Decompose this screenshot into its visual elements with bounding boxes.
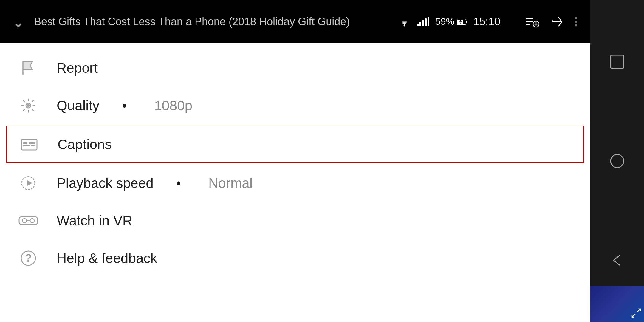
nav-bar: [590, 0, 644, 322]
top-bar-actions: [524, 15, 578, 28]
playback-speed-menu-item[interactable]: Playback speed • Normal: [0, 164, 590, 202]
chevron-down-icon[interactable]: ⌄: [12, 14, 25, 30]
svg-rect-17: [23, 142, 27, 144]
signal-bars: [417, 17, 429, 26]
battery-icon: [457, 18, 467, 25]
back-button[interactable]: [605, 248, 629, 272]
help-feedback-menu-item[interactable]: ? Help & feedback: [0, 239, 590, 277]
vr-icon: [18, 210, 39, 231]
svg-point-11: [575, 21, 577, 23]
captions-menu-item[interactable]: Captions: [6, 126, 584, 163]
playback-speed-value: Normal: [208, 175, 253, 191]
square-button[interactable]: [605, 50, 629, 74]
playback-dot: •: [176, 175, 181, 191]
report-menu-item[interactable]: Report: [0, 49, 590, 87]
captions-label: Captions: [58, 136, 112, 152]
svg-rect-2: [466, 21, 467, 23]
options-panel: Report Quality • 1080p: [0, 43, 590, 322]
svg-marker-22: [27, 180, 32, 186]
captions-icon: [19, 134, 40, 155]
svg-point-25: [30, 219, 34, 223]
svg-rect-29: [611, 55, 624, 68]
share-icon[interactable]: [550, 15, 563, 28]
quality-dot: •: [122, 97, 127, 114]
svg-point-24: [22, 219, 27, 223]
status-bar: 59% 15:10: [398, 16, 500, 28]
svg-text:?: ?: [25, 252, 32, 264]
more-options-icon[interactable]: [574, 15, 578, 28]
battery-percent: 59%: [435, 16, 454, 27]
flag-icon: [18, 58, 39, 78]
wifi-icon: [398, 17, 411, 27]
minimize-icon[interactable]: [631, 308, 642, 320]
svg-rect-20: [31, 145, 35, 146]
video-title: Best Gifts That Cost Less Than a Phone (…: [34, 16, 350, 28]
watch-in-vr-label: Watch in VR: [57, 213, 132, 229]
svg-point-0: [403, 25, 405, 26]
svg-point-30: [611, 154, 624, 168]
battery-info: 59%: [435, 16, 467, 27]
svg-rect-18: [29, 142, 35, 144]
top-bar: ⌄ Best Gifts That Cost Less Than a Phone…: [0, 0, 590, 43]
playback-speed-icon: [18, 173, 39, 193]
thumbnail-preview: [590, 286, 644, 322]
svg-point-10: [575, 17, 577, 19]
help-feedback-label: Help & feedback: [57, 250, 157, 266]
watch-in-vr-menu-item[interactable]: Watch in VR: [0, 202, 590, 239]
svg-rect-19: [23, 145, 30, 146]
quality-label: Quality: [57, 97, 99, 114]
svg-rect-16: [21, 139, 37, 150]
add-to-queue-icon[interactable]: [524, 16, 539, 28]
svg-point-12: [575, 24, 577, 26]
circle-button[interactable]: [605, 149, 629, 173]
time-display: 15:10: [473, 16, 500, 28]
gear-icon: [18, 95, 39, 116]
quality-value: 1080p: [154, 97, 192, 114]
help-icon: ?: [18, 248, 39, 269]
playback-speed-label: Playback speed: [57, 175, 154, 191]
svg-line-32: [637, 309, 640, 312]
quality-menu-item[interactable]: Quality • 1080p: [0, 87, 590, 124]
svg-point-15: [27, 104, 30, 107]
report-label: Report: [57, 60, 98, 76]
svg-line-31: [632, 314, 635, 317]
